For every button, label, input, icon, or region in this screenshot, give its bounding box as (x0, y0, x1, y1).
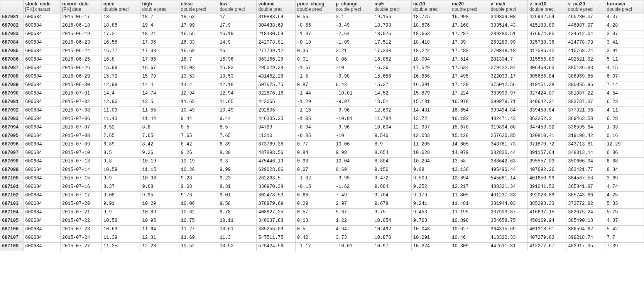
cell[interactable]: 306468.63 (527, 64, 566, 73)
cell[interactable]: 9.01 (218, 191, 257, 200)
cell[interactable]: 2015-06-25 (61, 56, 102, 64)
cell[interactable]: 13.53 (179, 73, 218, 81)
cell[interactable]: 289280.51 (489, 30, 527, 39)
cell[interactable]: 383999.97 (489, 90, 527, 98)
cell[interactable]: 6.43 (334, 81, 373, 90)
cell[interactable]: 600684 (24, 183, 61, 191)
cell[interactable]: 18.663 (411, 30, 450, 39)
cell[interactable]: 381944.03 (489, 200, 527, 208)
cell[interactable]: 600684 (24, 140, 61, 149)
cell[interactable]: -1.62 (334, 183, 373, 191)
cell[interactable]: 9.23 (218, 174, 257, 183)
cell[interactable]: 438321.34 (489, 183, 527, 191)
cell[interactable]: 305656.84 (527, 73, 566, 81)
cell[interactable]: 15.96 (218, 56, 257, 64)
cell[interactable]: 407279.83 (527, 234, 566, 242)
cell[interactable]: 11.784 (373, 115, 411, 123)
table-row[interactable]: 6870826006842015-06-1818.8519.417.9917.9… (0, 22, 644, 30)
cell[interactable]: 412277.67 (527, 242, 566, 251)
cell[interactable]: 16 (218, 47, 257, 56)
cell[interactable]: 10.878 (373, 234, 411, 242)
cell[interactable]: 10.06 (334, 140, 373, 149)
cell[interactable]: 18.004 (411, 56, 450, 64)
cell[interactable]: 10.59 (102, 166, 140, 174)
cell[interactable]: 7.65 (102, 132, 140, 140)
cell[interactable]: 17.08 (140, 47, 179, 56)
cell[interactable]: 10.89 (140, 208, 179, 217)
cell[interactable]: 7.7 (605, 234, 644, 242)
cell[interactable]: -1.05 (295, 115, 334, 123)
cell[interactable]: 16.978 (450, 98, 489, 106)
cell[interactable]: 354658.75 (489, 217, 527, 225)
cell[interactable]: 3.69 (605, 174, 644, 183)
cell[interactable]: 11.3 (218, 234, 257, 242)
cell[interactable]: 12.937 (411, 123, 450, 132)
cell[interactable]: 327424.07 (527, 90, 566, 98)
data-table[interactable]: stock_code[PK] charactrecord_date[PK] da… (0, 0, 644, 251)
row-number[interactable]: 687091 (0, 98, 24, 106)
cell[interactable]: 17.238 (373, 47, 411, 56)
row-number[interactable]: 687101 (0, 183, 24, 191)
cell[interactable]: 0.84 (295, 149, 334, 157)
cell[interactable]: 465230.07 (566, 13, 605, 22)
cell[interactable]: 9.95 (140, 191, 179, 200)
cell[interactable]: 17.534 (450, 64, 489, 73)
cell[interactable]: 399494.84 (489, 106, 527, 115)
cell[interactable]: 4.87 (605, 217, 644, 225)
cell[interactable]: 11.205 (411, 140, 450, 149)
cell[interactable]: 0.57 (295, 208, 334, 217)
cell[interactable]: 304438.69 (257, 22, 295, 30)
cell[interactable]: 8.654 (373, 149, 411, 157)
cell[interactable]: 9.9 (102, 174, 140, 183)
row-number[interactable]: 687092 (0, 106, 24, 115)
row-number[interactable]: 687099 (0, 166, 24, 174)
cell[interactable]: 16.866 (411, 73, 450, 81)
cell[interactable]: 415768.24 (566, 47, 605, 56)
cell[interactable]: 2015-07-14 (61, 166, 102, 174)
cell[interactable]: 10.324 (411, 242, 450, 251)
cell[interactable]: 401318.51 (527, 225, 566, 234)
cell[interactable]: 6.86 (605, 149, 644, 157)
cell[interactable]: 9.9 (102, 208, 140, 217)
cell[interactable]: 9.678 (373, 200, 411, 208)
cell[interactable]: 600684 (24, 13, 61, 22)
cell[interactable]: 3.07 (605, 30, 644, 39)
row-number[interactable]: 687105 (0, 217, 24, 225)
cell[interactable]: 2015-07-24 (61, 234, 102, 242)
cell[interactable]: 600684 (24, 39, 61, 47)
column-header[interactable]: ma10double preci (411, 0, 450, 14)
cell[interactable]: 18.775 (411, 13, 450, 22)
table-row[interactable]: 6870876006842015-06-2615.9916.6715.0315.… (0, 64, 644, 73)
cell[interactable]: 343713.81 (566, 140, 605, 149)
cell[interactable]: 383787.37 (566, 98, 605, 106)
table-row[interactable]: 6871056006842015-07-2210.5810.9510.7510.… (0, 217, 644, 225)
cell[interactable]: 365743.86 (566, 191, 605, 200)
cell[interactable]: 2015-07-22 (61, 217, 102, 225)
cell[interactable]: 363421.77 (566, 166, 605, 174)
cell[interactable]: 4.54 (605, 90, 644, 98)
cell[interactable]: 347453.32 (527, 123, 566, 132)
cell[interactable]: 0.36 (295, 47, 334, 56)
cell[interactable]: 600684 (24, 98, 61, 106)
cell[interactable]: 18.7 (140, 13, 179, 22)
cell[interactable]: -0.85 (295, 132, 334, 140)
cell[interactable]: 600684 (24, 217, 61, 225)
row-number[interactable]: 687104 (0, 208, 24, 217)
cell[interactable]: 10.62 (179, 208, 218, 217)
column-header[interactable]: p_changedouble preci (334, 0, 373, 14)
cell[interactable]: 7.65 (140, 132, 179, 140)
row-number[interactable]: 687106 (0, 225, 24, 234)
cell[interactable]: 600684 (24, 242, 61, 251)
cell[interactable]: 2015-07-20 (61, 200, 102, 208)
cell[interactable]: 15.181 (411, 98, 450, 106)
cell[interactable]: 11.55 (140, 106, 179, 115)
cell[interactable]: 19.156 (373, 13, 411, 22)
column-header[interactable]: opendouble preci (102, 0, 140, 14)
cell[interactable]: 3.73 (334, 234, 373, 242)
cell[interactable]: 2015-07-09 (61, 140, 102, 149)
cell[interactable]: 340642.21 (527, 98, 566, 106)
cell[interactable]: 7.49 (334, 191, 373, 200)
cell[interactable]: 10.19 (140, 157, 179, 166)
cell[interactable]: 6.89 (218, 140, 257, 149)
cell[interactable]: 10.29 (140, 200, 179, 208)
